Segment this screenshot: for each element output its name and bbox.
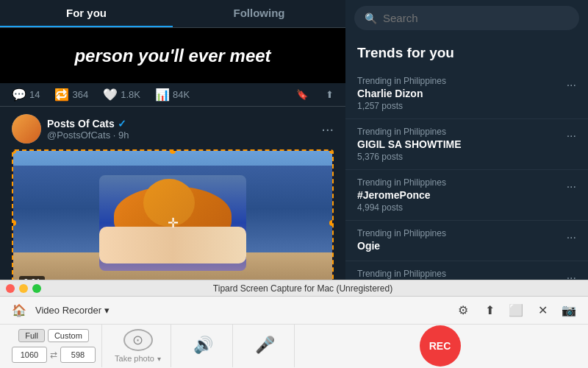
trend-count-1: 5,376 posts <box>357 152 567 162</box>
verified-badge: ✓ <box>118 118 126 130</box>
tweet-image-inner: ✛ <box>13 151 332 295</box>
trend-info-3: Trending in Philippines Ogie <box>357 228 567 253</box>
rec-button[interactable]: REC <box>420 325 461 367</box>
search-bar: 🔍 <box>345 0 588 36</box>
tweet-header: Posts Of Cats ✓ @PostsOfCats · 9h ··· <box>12 114 334 144</box>
tweet-actions-bar: 💬 14 🔁 364 🤍 1.8K 📊 84K 🔖 ⬆ <box>0 83 345 107</box>
tweet-banner: person you'll ever meet <box>0 28 345 83</box>
comment-action[interactable]: 💬 14 <box>12 88 40 102</box>
move-cursor: ✛ <box>168 215 179 231</box>
trend-item-1[interactable]: Trending in Philippines GIGIL SA SHOWTIM… <box>345 119 588 170</box>
audio-section[interactable]: 🔊 <box>174 325 233 367</box>
audio-icon: 🔊 <box>193 336 213 355</box>
screen-capture-toolbar: Tipard Screen Capture for Mac (Unregiste… <box>0 280 588 368</box>
trend-category-0: Trending in Philippines <box>357 76 567 86</box>
bookmark-icon: 🔖 <box>296 89 308 100</box>
rec-section: REC <box>298 321 582 368</box>
trend-info-0: Trending in Philippines Charlie Dizon 1,… <box>357 76 567 111</box>
mic-section[interactable]: 🎤 <box>236 325 295 367</box>
minimize-button[interactable] <box>19 284 28 293</box>
size-section: Full Custom ⇄ <box>6 325 102 367</box>
share-action[interactable]: ⬆ <box>326 89 334 100</box>
trend-item-3[interactable]: Trending in Philippines Ogie ··· <box>345 221 588 261</box>
trend-info-2: Trending in Philippines #JeromePonce 4,9… <box>357 177 567 213</box>
webcam-circle[interactable]: ⊙ <box>123 329 153 351</box>
size-full-btn[interactable]: Full <box>18 329 45 342</box>
trend-category-2: Trending in Philippines <box>357 177 567 188</box>
retweet-icon: 🔁 <box>54 88 69 102</box>
width-input[interactable] <box>12 347 47 363</box>
trend-name-0: Charlie Dizon <box>357 88 567 99</box>
webcam-chevron-icon: ▾ <box>157 355 161 363</box>
trends-title: Trends for you <box>345 42 588 68</box>
search-icon: 🔍 <box>365 13 377 24</box>
trend-item-0[interactable]: Trending in Philippines Charlie Dizon 1,… <box>345 68 588 119</box>
tweet-more-button[interactable]: ··· <box>321 121 334 138</box>
settings-icon[interactable]: ⚙ <box>453 300 473 321</box>
trend-category-4: Trending in Philippines <box>357 269 567 279</box>
size-custom-btn[interactable]: Custom <box>48 329 89 342</box>
size-input-row: ⇄ <box>12 347 96 363</box>
trend-info-1: Trending in Philippines GIGIL SA SHOWTIM… <box>357 127 567 162</box>
tab-for-you[interactable]: For you <box>0 0 173 27</box>
trend-item-2[interactable]: Trending in Philippines #JeromePonce 4,9… <box>345 170 588 221</box>
trend-more-0[interactable]: ··· <box>567 79 576 92</box>
webcam-controls[interactable]: Take photo ▾ <box>115 354 161 363</box>
trend-count-0: 1,257 posts <box>357 101 567 111</box>
twitter-tabs: For you Following <box>0 0 345 28</box>
tab-following[interactable]: Following <box>173 0 345 27</box>
capture-title: Tipard Screen Capture for Mac (Unregiste… <box>46 283 560 294</box>
search-input[interactable] <box>383 12 569 24</box>
height-input[interactable] <box>60 347 96 363</box>
trend-name-3: Ogie <box>357 240 567 252</box>
home-icon-btn[interactable]: 🏠 <box>9 300 29 321</box>
views-action: 📊 84K <box>155 88 190 102</box>
size-buttons: Full Custom <box>18 329 89 342</box>
retweet-action[interactable]: 🔁 364 <box>54 88 88 102</box>
bookmark-action[interactable]: 🔖 <box>296 89 308 100</box>
trend-category-3: Trending in Philippines <box>357 228 567 238</box>
toolbar-right-icons: ⚙ ⬆ ⬜ ✕ 📷 <box>453 300 579 321</box>
screenshot-icon[interactable]: ⬜ <box>506 300 526 321</box>
trend-more-2[interactable]: ··· <box>567 180 576 194</box>
resize-handle-mr[interactable] <box>329 220 334 226</box>
trend-count-2: 4,994 posts <box>357 202 567 213</box>
tweet-user-info: Posts Of Cats ✓ @PostsOfCats · 9h <box>47 118 315 141</box>
recorder-label[interactable]: Video Recorder ▾ <box>35 305 110 316</box>
capture-content: Full Custom ⇄ ⊙ Take photo ▾ 🔊 � <box>0 325 588 367</box>
capture-title-bar: Tipard Screen Capture for Mac (Unregiste… <box>0 280 588 297</box>
trend-more-3[interactable]: ··· <box>567 231 576 244</box>
close-icon[interactable]: ✕ <box>532 300 553 321</box>
link-icon: ⇄ <box>50 350 57 360</box>
trend-name-2: #JeromePonce <box>357 189 567 201</box>
maximize-button[interactable] <box>32 284 41 293</box>
comment-icon: 💬 <box>12 88 26 102</box>
trend-more-1[interactable]: ··· <box>567 130 576 143</box>
avatar-image <box>12 114 41 144</box>
trend-category-1: Trending in Philippines <box>357 127 567 137</box>
tweet-handle: @PostsOfCats · 9h <box>47 130 315 141</box>
avatar <box>12 114 41 144</box>
trend-name-1: GIGIL SA SHOWTIME <box>357 138 567 150</box>
resize-handle-tr[interactable] <box>329 149 334 154</box>
mic-icon: 🎤 <box>255 336 275 355</box>
search-input-wrap[interactable]: 🔍 <box>354 6 579 30</box>
webcam-icon: ⊙ <box>132 332 143 348</box>
views-icon: 📊 <box>155 88 170 102</box>
close-button[interactable] <box>6 284 15 293</box>
recorder-chevron-icon: ▾ <box>104 305 110 316</box>
tweet-image: ✛ 0:01 <box>12 149 334 297</box>
tweet-username: Posts Of Cats ✓ <box>47 118 315 130</box>
heart-icon: 🤍 <box>103 88 118 102</box>
like-action[interactable]: 🤍 1.8K <box>103 88 140 102</box>
webcam-section: ⊙ Take photo ▾ <box>105 325 171 367</box>
share-icon: ⬆ <box>326 89 334 100</box>
camera-icon[interactable]: 📷 <box>559 300 579 321</box>
upload-icon[interactable]: ⬆ <box>479 300 500 321</box>
